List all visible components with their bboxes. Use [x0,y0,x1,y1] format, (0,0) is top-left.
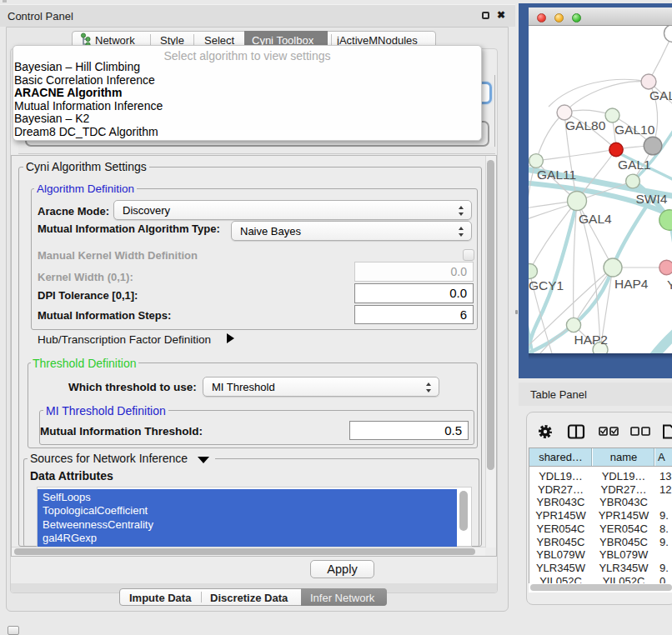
svg-text:GAL11: GAL11 [537,168,576,182]
svg-text:HAP2: HAP2 [574,332,609,347]
svg-text:HAP4: HAP4 [614,277,649,291]
svg-text:GCY1: GCY1 [529,278,564,292]
svg-text:GAL80: GAL80 [565,118,606,132]
svg-text:GAL1: GAL1 [618,158,651,172]
svg-text:Y: Y [667,278,672,292]
svg-text:SWI4: SWI4 [636,192,668,206]
svg-text:GAL: GAL [649,88,672,102]
svg-text:GAL10: GAL10 [614,122,655,137]
svg-text:GAL4: GAL4 [579,212,612,226]
